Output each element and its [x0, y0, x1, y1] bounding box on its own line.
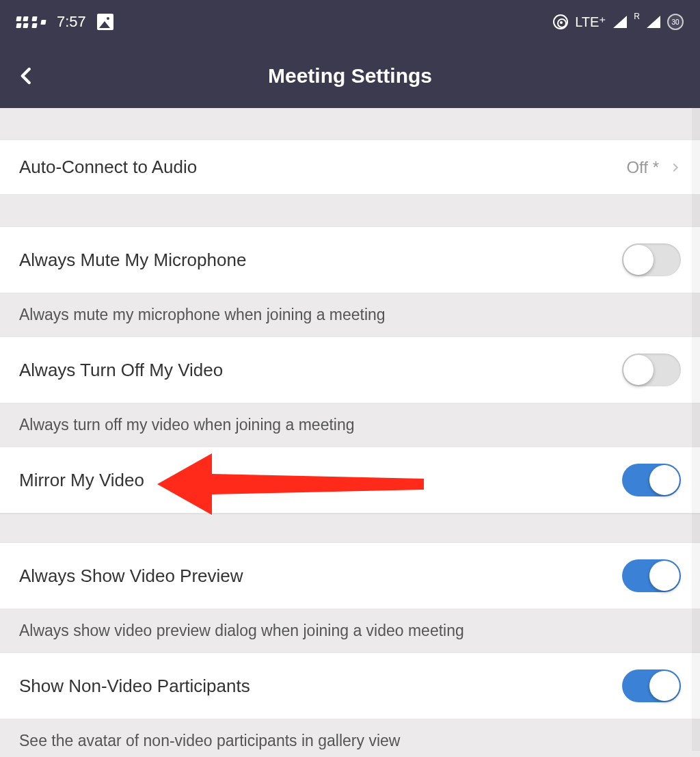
- row-label: Always Turn Off My Video: [19, 360, 223, 381]
- row-label: Always Mute My Microphone: [19, 250, 246, 271]
- network-label: LTE⁺: [575, 14, 606, 30]
- row-label: Mirror My Video: [19, 470, 144, 491]
- row-label: Show Non-Video Participants: [19, 676, 250, 697]
- scrollbar[interactable]: [692, 108, 700, 751]
- desc-turn-off-video: Always turn off my video when joining a …: [0, 403, 700, 447]
- toggle-show-video-preview[interactable]: [622, 559, 681, 592]
- row-label: Always Show Video Preview: [19, 566, 243, 587]
- hotspot-icon: [553, 14, 568, 29]
- row-show-video-preview: Always Show Video Preview: [0, 542, 700, 609]
- chevron-right-icon: [670, 162, 681, 173]
- signal-icon: [613, 16, 627, 28]
- page-title: Meeting Settings: [268, 64, 432, 88]
- status-left: 7:57: [16, 13, 113, 31]
- row-value: Off *: [626, 158, 659, 177]
- toggle-non-video-participants[interactable]: [622, 669, 681, 702]
- roaming-indicator: R: [634, 12, 640, 21]
- back-button[interactable]: [16, 66, 37, 86]
- desc-non-video-participants: See the avatar of non-video participants…: [0, 719, 700, 757]
- toggle-mute-microphone[interactable]: [622, 243, 681, 276]
- battery-icon: 30: [667, 14, 684, 30]
- page-header: Meeting Settings: [0, 44, 700, 108]
- row-turn-off-video: Always Turn Off My Video: [0, 336, 700, 403]
- row-mute-microphone: Always Mute My Microphone: [0, 226, 700, 293]
- toggle-turn-off-video[interactable]: [622, 354, 681, 386]
- status-right: LTE⁺ R 30: [553, 14, 684, 30]
- image-icon: [97, 14, 113, 30]
- row-mirror-video: Mirror My Video: [0, 447, 700, 514]
- row-non-video-participants: Show Non-Video Participants: [0, 652, 700, 719]
- toggle-mirror-video[interactable]: [622, 464, 681, 496]
- desc-show-video-preview: Always show video preview dialog when jo…: [0, 609, 700, 652]
- status-bar: 7:57 LTE⁺ R 30: [0, 0, 700, 44]
- blackberry-icon: [16, 16, 46, 28]
- desc-mute-microphone: Always mute my microphone when joining a…: [0, 293, 700, 336]
- status-time: 7:57: [57, 13, 86, 31]
- row-label: Auto-Connect to Audio: [19, 157, 197, 178]
- settings-content: Auto-Connect to Audio Off * Always Mute …: [0, 108, 700, 757]
- row-auto-connect-audio[interactable]: Auto-Connect to Audio Off *: [0, 140, 700, 195]
- signal-icon-2: [647, 16, 660, 28]
